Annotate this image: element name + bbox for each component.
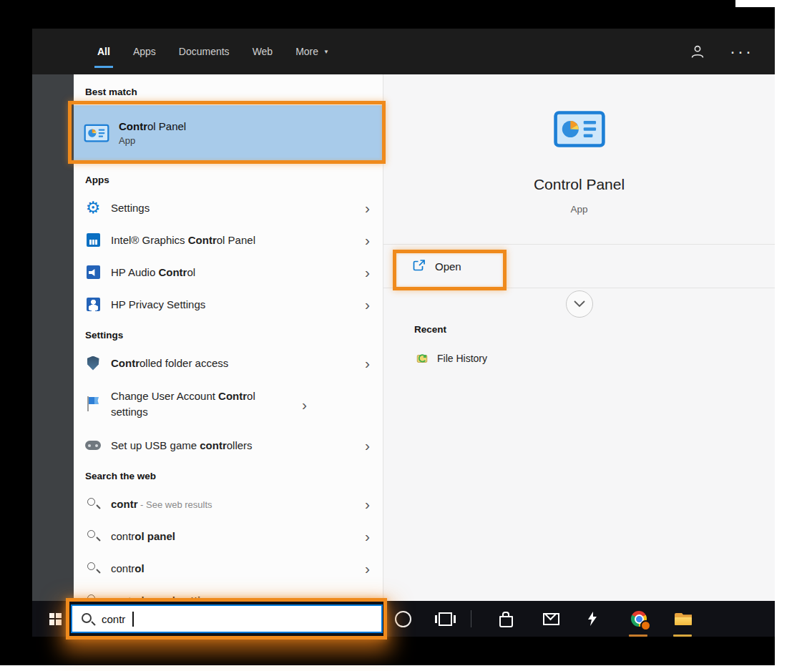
flag-icon: [84, 395, 102, 413]
windows-logo-icon: [49, 613, 62, 625]
search-icon: [81, 612, 94, 626]
label-segment: Change User Account: [111, 390, 218, 402]
result-row[interactable]: control›: [74, 552, 383, 584]
result-label: Set up USB game controllers: [111, 438, 354, 454]
chevron-right-icon[interactable]: ›: [354, 561, 370, 576]
label-segment: ol panel: [134, 530, 175, 542]
open-label: Open: [435, 260, 461, 273]
search-results-panel: Best matchControl PanelAppAppsSettings›I…: [74, 74, 383, 601]
open-button[interactable]: Open: [383, 245, 775, 288]
tab-web[interactable]: Web: [241, 29, 285, 74]
label-segment: Contr: [111, 357, 140, 369]
taskbar-separator: [471, 610, 471, 627]
result-label: contr - See web results: [111, 496, 354, 512]
recent-item[interactable]: File History: [406, 345, 760, 372]
chrome-running-indicator: [629, 635, 647, 637]
more-options-icon[interactable]: [730, 43, 753, 60]
mail-icon: [543, 613, 559, 625]
result-label: control panel settings: [111, 593, 354, 601]
chevron-right-icon[interactable]: ›: [354, 496, 370, 511]
chevron-down-icon: [574, 300, 585, 308]
start-button[interactable]: [39, 601, 71, 637]
result-row[interactable]: Set up USB game controllers›: [74, 429, 383, 461]
search-tabs: AllAppsDocumentsWebMore▼: [86, 29, 341, 74]
account-icon[interactable]: [690, 44, 705, 59]
result-row[interactable]: HP Privacy Settings›: [74, 288, 383, 320]
result-row[interactable]: contr - See web results›: [74, 488, 383, 520]
privacy-icon: [84, 295, 102, 314]
search-header: AllAppsDocumentsWebMore▼: [32, 29, 775, 74]
result-row[interactable]: Intel® Graphics Control Panel›: [74, 224, 383, 256]
tab-more[interactable]: More▼: [284, 29, 341, 74]
label-segment: Contr: [218, 390, 247, 402]
control-panel-icon: [84, 124, 109, 142]
file-explorer-icon: [675, 613, 692, 625]
win-pane: [49, 613, 55, 619]
recent-list: File History: [406, 345, 760, 372]
frame-top-strip: [0, 0, 735, 7]
tab-label: More: [295, 46, 318, 57]
label-segment: ollers: [227, 439, 253, 451]
label-segment: contr: [111, 498, 138, 510]
chevron-right-icon[interactable]: ›: [291, 397, 307, 412]
screenshot-canvas: AllAppsDocumentsWebMore▼ Best matchContr…: [0, 0, 812, 671]
mail-button[interactable]: [535, 601, 567, 637]
result-label: Settings: [111, 200, 354, 216]
result-row[interactable]: Change User Account Control settings›: [74, 379, 383, 429]
flash-button[interactable]: [577, 601, 608, 637]
tab-label: Apps: [133, 46, 156, 57]
tab-apps[interactable]: Apps: [122, 29, 167, 74]
cortana-button[interactable]: [387, 601, 419, 637]
chevron-right-icon[interactable]: ›: [354, 297, 370, 312]
label-segment: Contr: [158, 266, 187, 278]
tab-all[interactable]: All: [86, 29, 122, 74]
section-header: Best match: [74, 77, 383, 104]
search-text: contr: [102, 613, 125, 625]
search-icon: [84, 495, 102, 514]
label-segment: ol panel settings: [134, 594, 219, 601]
result-label: HP Audio Control: [111, 265, 354, 280]
task-view-icon: [439, 612, 452, 626]
task-view-button[interactable]: [429, 601, 461, 637]
result-label: Controlled folder access: [111, 356, 354, 371]
win-pane: [49, 619, 55, 625]
chevron-right-icon[interactable]: ›: [354, 593, 370, 601]
label-segment: Settings: [111, 202, 150, 214]
store-button[interactable]: [490, 601, 522, 637]
explorer-button[interactable]: [667, 601, 699, 637]
chevron-right-icon[interactable]: ›: [354, 200, 370, 215]
chrome-button[interactable]: [623, 601, 655, 637]
best-match-item[interactable]: Control PanelApp: [74, 105, 383, 161]
tab-documents[interactable]: Documents: [167, 29, 241, 74]
chevron-right-icon[interactable]: ›: [354, 356, 370, 371]
win-pane: [56, 619, 62, 625]
label-segment: ol Panel: [217, 234, 255, 246]
chevron-right-icon[interactable]: ›: [354, 265, 370, 280]
shield-icon: [84, 354, 102, 373]
best-match-text: Control PanelApp: [119, 120, 186, 146]
result-row[interactable]: HP Audio Control›: [74, 256, 383, 288]
result-row[interactable]: control panel›: [74, 520, 383, 552]
preview-title: Control Panel: [383, 176, 775, 193]
notification-badge: [640, 620, 651, 631]
chevron-right-icon[interactable]: ›: [354, 232, 370, 248]
chevron-right-icon[interactable]: ›: [354, 529, 370, 544]
section-header: Search the web: [74, 461, 383, 488]
taskbar-search-input[interactable]: contr: [71, 604, 383, 633]
result-row[interactable]: control panel settings›: [74, 584, 383, 601]
expand-actions-button[interactable]: [566, 290, 593, 318]
header-actions: [690, 29, 753, 74]
chevron-right-icon[interactable]: ›: [354, 438, 370, 453]
section-header: Apps: [74, 165, 383, 192]
result-label: Change User Account Control settings: [111, 388, 291, 420]
label-segment: contr: [111, 530, 134, 542]
divider: [383, 288, 775, 288]
result-row[interactable]: Settings›: [74, 192, 383, 224]
label-segment: Contr: [119, 120, 147, 132]
result-row[interactable]: Controlled folder access›: [74, 347, 383, 379]
label-segment: ol: [134, 562, 144, 574]
result-label: control panel: [111, 529, 354, 544]
tab-label: Web: [253, 46, 273, 57]
label-segment: contr: [111, 594, 134, 601]
start-menu-rail: [32, 74, 74, 601]
